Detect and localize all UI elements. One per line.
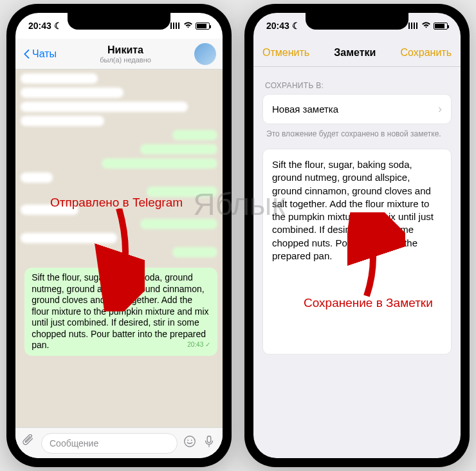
chat-title-block[interactable]: Никита был(а) недавно xyxy=(100,44,151,64)
cancel-button[interactable]: Отменить xyxy=(262,47,309,59)
message-blurred xyxy=(21,205,78,215)
message-blurred xyxy=(102,158,217,169)
check-icon: ✓ xyxy=(205,341,210,348)
chat-body: Sift the flour, sugar, baking soda, grou… xyxy=(15,69,223,427)
destination-label: Новая заметка xyxy=(272,104,338,115)
message-blurred xyxy=(21,73,98,84)
notch xyxy=(306,13,408,30)
notch xyxy=(68,13,170,30)
chat-subtitle: был(а) недавно xyxy=(100,56,151,64)
moon-icon: ☾ xyxy=(54,21,62,31)
status-time: 20:43 ☾ xyxy=(266,21,300,31)
section-label: СОХРАНИТЬ В: xyxy=(262,76,452,94)
message-blurred xyxy=(172,247,217,257)
message-time: 20:43 xyxy=(187,341,203,348)
message-text: Sift the flour, sugar, baking soda, grou… xyxy=(32,272,208,350)
chevron-left-icon xyxy=(22,50,31,59)
message-blurred xyxy=(21,102,188,112)
notes-body: СОХРАНИТЬ В: Новая заметка › Это вложени… xyxy=(253,67,461,458)
note-content-card[interactable]: Sift the flour, sugar, baking soda, grou… xyxy=(262,149,452,355)
screen-notes-share: 20:43 ☾ Отменить Заметки Сохранить СОХРА… xyxy=(253,13,461,458)
note-content-text: Sift the flour, sugar, baking soda, grou… xyxy=(272,159,434,261)
attach-icon[interactable] xyxy=(22,434,36,452)
status-time-value: 20:43 xyxy=(266,21,289,31)
signal-icon xyxy=(170,23,181,29)
message-blurred xyxy=(147,187,217,197)
avatar[interactable] xyxy=(194,43,216,65)
battery-icon xyxy=(434,23,448,30)
notes-header: Отменить Заметки Сохранить xyxy=(253,39,461,67)
destination-row[interactable]: Новая заметка › xyxy=(262,94,452,124)
message-blurred xyxy=(140,219,217,229)
message-input-bar: Сообщение xyxy=(15,427,223,458)
svg-point-2 xyxy=(191,439,192,441)
message-outgoing[interactable]: Sift the flour, sugar, baking soda, grou… xyxy=(24,268,217,356)
destination-hint: Это вложение будет сохранено в новой зам… xyxy=(262,124,452,149)
svg-point-1 xyxy=(187,439,188,441)
message-blurred xyxy=(172,130,217,140)
message-input[interactable]: Сообщение xyxy=(41,433,178,454)
signal-icon xyxy=(408,23,419,29)
notes-title: Заметки xyxy=(334,47,376,59)
status-time: 20:43 ☾ xyxy=(28,21,62,31)
message-blurred xyxy=(21,116,104,126)
phone-mockup-right: 20:43 ☾ Отменить Заметки Сохранить СОХРА… xyxy=(244,4,470,467)
back-button[interactable]: Чаты xyxy=(22,48,57,60)
wifi-icon xyxy=(421,21,431,30)
message-blurred xyxy=(21,88,124,98)
message-meta: 20:43 ✓ xyxy=(187,341,210,349)
message-blurred xyxy=(140,144,217,154)
mic-icon[interactable] xyxy=(202,434,216,452)
screen-telegram: 20:43 ☾ Чаты Никита был(а) недавно xyxy=(15,13,223,458)
wifi-icon xyxy=(183,21,193,30)
moon-icon: ☾ xyxy=(292,21,300,31)
chat-header: Чаты Никита был(а) недавно xyxy=(15,39,223,69)
status-indicators xyxy=(170,21,210,30)
svg-rect-3 xyxy=(207,436,211,443)
svg-point-0 xyxy=(185,436,196,447)
chat-title: Никита xyxy=(100,44,151,56)
status-indicators xyxy=(408,21,448,30)
message-blurred xyxy=(21,233,117,243)
chevron-right-icon: › xyxy=(438,102,442,116)
phone-mockup-left: 20:43 ☾ Чаты Никита был(а) недавно xyxy=(6,4,232,467)
status-time-value: 20:43 xyxy=(28,21,51,31)
sticker-icon[interactable] xyxy=(183,434,197,452)
back-label: Чаты xyxy=(32,48,57,60)
message-blurred xyxy=(21,172,53,183)
battery-icon xyxy=(196,23,210,30)
message-placeholder: Сообщение xyxy=(50,438,98,448)
save-button[interactable]: Сохранить xyxy=(400,47,452,59)
